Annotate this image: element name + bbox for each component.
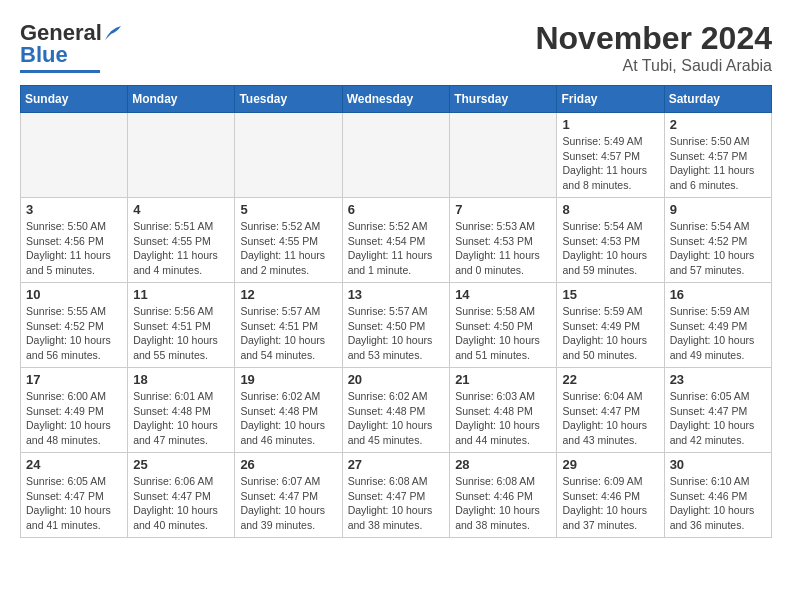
title-area: November 2024 At Tubi, Saudi Arabia <box>535 20 772 75</box>
calendar-cell: 18Sunrise: 6:01 AMSunset: 4:48 PMDayligh… <box>128 368 235 453</box>
calendar-cell: 26Sunrise: 6:07 AMSunset: 4:47 PMDayligh… <box>235 453 342 538</box>
day-number: 12 <box>240 287 336 302</box>
day-info: Sunrise: 6:02 AMSunset: 4:48 PMDaylight:… <box>240 389 336 448</box>
weekday-header-row: SundayMondayTuesdayWednesdayThursdayFrid… <box>21 86 772 113</box>
calendar-week-row: 17Sunrise: 6:00 AMSunset: 4:49 PMDayligh… <box>21 368 772 453</box>
calendar-week-row: 1Sunrise: 5:49 AMSunset: 4:57 PMDaylight… <box>21 113 772 198</box>
calendar-cell: 8Sunrise: 5:54 AMSunset: 4:53 PMDaylight… <box>557 198 664 283</box>
day-number: 13 <box>348 287 445 302</box>
day-number: 10 <box>26 287 122 302</box>
calendar-cell: 14Sunrise: 5:58 AMSunset: 4:50 PMDayligh… <box>450 283 557 368</box>
day-number: 22 <box>562 372 658 387</box>
calendar-cell: 21Sunrise: 6:03 AMSunset: 4:48 PMDayligh… <box>450 368 557 453</box>
day-info: Sunrise: 6:10 AMSunset: 4:46 PMDaylight:… <box>670 474 766 533</box>
day-number: 2 <box>670 117 766 132</box>
calendar-cell: 22Sunrise: 6:04 AMSunset: 4:47 PMDayligh… <box>557 368 664 453</box>
logo-bird-icon <box>103 22 125 44</box>
calendar-cell <box>128 113 235 198</box>
calendar-cell: 9Sunrise: 5:54 AMSunset: 4:52 PMDaylight… <box>664 198 771 283</box>
weekday-header-cell: Monday <box>128 86 235 113</box>
day-number: 24 <box>26 457 122 472</box>
day-number: 4 <box>133 202 229 217</box>
day-number: 3 <box>26 202 122 217</box>
day-info: Sunrise: 6:01 AMSunset: 4:48 PMDaylight:… <box>133 389 229 448</box>
calendar-cell: 29Sunrise: 6:09 AMSunset: 4:46 PMDayligh… <box>557 453 664 538</box>
calendar: SundayMondayTuesdayWednesdayThursdayFrid… <box>20 85 772 538</box>
logo: General Blue <box>20 20 125 73</box>
calendar-cell: 25Sunrise: 6:06 AMSunset: 4:47 PMDayligh… <box>128 453 235 538</box>
weekday-header-cell: Saturday <box>664 86 771 113</box>
calendar-cell <box>235 113 342 198</box>
calendar-cell: 17Sunrise: 6:00 AMSunset: 4:49 PMDayligh… <box>21 368 128 453</box>
day-number: 28 <box>455 457 551 472</box>
calendar-cell: 30Sunrise: 6:10 AMSunset: 4:46 PMDayligh… <box>664 453 771 538</box>
calendar-body: 1Sunrise: 5:49 AMSunset: 4:57 PMDaylight… <box>21 113 772 538</box>
weekday-header-cell: Wednesday <box>342 86 450 113</box>
day-number: 26 <box>240 457 336 472</box>
day-number: 1 <box>562 117 658 132</box>
day-number: 9 <box>670 202 766 217</box>
day-number: 5 <box>240 202 336 217</box>
day-number: 8 <box>562 202 658 217</box>
calendar-cell: 28Sunrise: 6:08 AMSunset: 4:46 PMDayligh… <box>450 453 557 538</box>
day-info: Sunrise: 5:52 AMSunset: 4:54 PMDaylight:… <box>348 219 445 278</box>
weekday-header-cell: Tuesday <box>235 86 342 113</box>
day-info: Sunrise: 6:07 AMSunset: 4:47 PMDaylight:… <box>240 474 336 533</box>
day-info: Sunrise: 6:05 AMSunset: 4:47 PMDaylight:… <box>26 474 122 533</box>
calendar-cell: 19Sunrise: 6:02 AMSunset: 4:48 PMDayligh… <box>235 368 342 453</box>
day-info: Sunrise: 6:05 AMSunset: 4:47 PMDaylight:… <box>670 389 766 448</box>
calendar-week-row: 24Sunrise: 6:05 AMSunset: 4:47 PMDayligh… <box>21 453 772 538</box>
day-info: Sunrise: 6:09 AMSunset: 4:46 PMDaylight:… <box>562 474 658 533</box>
day-info: Sunrise: 6:04 AMSunset: 4:47 PMDaylight:… <box>562 389 658 448</box>
day-info: Sunrise: 5:58 AMSunset: 4:50 PMDaylight:… <box>455 304 551 363</box>
day-info: Sunrise: 5:52 AMSunset: 4:55 PMDaylight:… <box>240 219 336 278</box>
calendar-cell: 23Sunrise: 6:05 AMSunset: 4:47 PMDayligh… <box>664 368 771 453</box>
header: General Blue November 2024 At Tubi, Saud… <box>20 20 772 75</box>
day-number: 23 <box>670 372 766 387</box>
day-number: 14 <box>455 287 551 302</box>
day-number: 30 <box>670 457 766 472</box>
calendar-cell: 2Sunrise: 5:50 AMSunset: 4:57 PMDaylight… <box>664 113 771 198</box>
day-number: 20 <box>348 372 445 387</box>
day-info: Sunrise: 6:02 AMSunset: 4:48 PMDaylight:… <box>348 389 445 448</box>
calendar-cell: 5Sunrise: 5:52 AMSunset: 4:55 PMDaylight… <box>235 198 342 283</box>
calendar-cell: 15Sunrise: 5:59 AMSunset: 4:49 PMDayligh… <box>557 283 664 368</box>
day-info: Sunrise: 5:59 AMSunset: 4:49 PMDaylight:… <box>670 304 766 363</box>
day-info: Sunrise: 5:57 AMSunset: 4:50 PMDaylight:… <box>348 304 445 363</box>
calendar-cell <box>342 113 450 198</box>
day-info: Sunrise: 5:50 AMSunset: 4:56 PMDaylight:… <box>26 219 122 278</box>
calendar-cell: 16Sunrise: 5:59 AMSunset: 4:49 PMDayligh… <box>664 283 771 368</box>
day-number: 6 <box>348 202 445 217</box>
day-info: Sunrise: 5:57 AMSunset: 4:51 PMDaylight:… <box>240 304 336 363</box>
day-number: 21 <box>455 372 551 387</box>
month-title: November 2024 <box>535 20 772 57</box>
calendar-cell: 10Sunrise: 5:55 AMSunset: 4:52 PMDayligh… <box>21 283 128 368</box>
calendar-cell: 12Sunrise: 5:57 AMSunset: 4:51 PMDayligh… <box>235 283 342 368</box>
day-number: 11 <box>133 287 229 302</box>
day-number: 15 <box>562 287 658 302</box>
day-info: Sunrise: 5:54 AMSunset: 4:52 PMDaylight:… <box>670 219 766 278</box>
calendar-cell: 24Sunrise: 6:05 AMSunset: 4:47 PMDayligh… <box>21 453 128 538</box>
day-number: 7 <box>455 202 551 217</box>
day-number: 27 <box>348 457 445 472</box>
day-info: Sunrise: 6:03 AMSunset: 4:48 PMDaylight:… <box>455 389 551 448</box>
day-info: Sunrise: 6:08 AMSunset: 4:47 PMDaylight:… <box>348 474 445 533</box>
day-number: 25 <box>133 457 229 472</box>
day-info: Sunrise: 6:00 AMSunset: 4:49 PMDaylight:… <box>26 389 122 448</box>
calendar-cell: 20Sunrise: 6:02 AMSunset: 4:48 PMDayligh… <box>342 368 450 453</box>
calendar-week-row: 3Sunrise: 5:50 AMSunset: 4:56 PMDaylight… <box>21 198 772 283</box>
weekday-header-cell: Sunday <box>21 86 128 113</box>
day-info: Sunrise: 5:51 AMSunset: 4:55 PMDaylight:… <box>133 219 229 278</box>
day-info: Sunrise: 6:06 AMSunset: 4:47 PMDaylight:… <box>133 474 229 533</box>
day-info: Sunrise: 5:54 AMSunset: 4:53 PMDaylight:… <box>562 219 658 278</box>
day-number: 17 <box>26 372 122 387</box>
location-title: At Tubi, Saudi Arabia <box>535 57 772 75</box>
weekday-header-cell: Friday <box>557 86 664 113</box>
logo-blue: Blue <box>20 42 68 68</box>
calendar-week-row: 10Sunrise: 5:55 AMSunset: 4:52 PMDayligh… <box>21 283 772 368</box>
day-number: 29 <box>562 457 658 472</box>
calendar-cell: 1Sunrise: 5:49 AMSunset: 4:57 PMDaylight… <box>557 113 664 198</box>
weekday-header-cell: Thursday <box>450 86 557 113</box>
day-info: Sunrise: 5:56 AMSunset: 4:51 PMDaylight:… <box>133 304 229 363</box>
day-number: 18 <box>133 372 229 387</box>
